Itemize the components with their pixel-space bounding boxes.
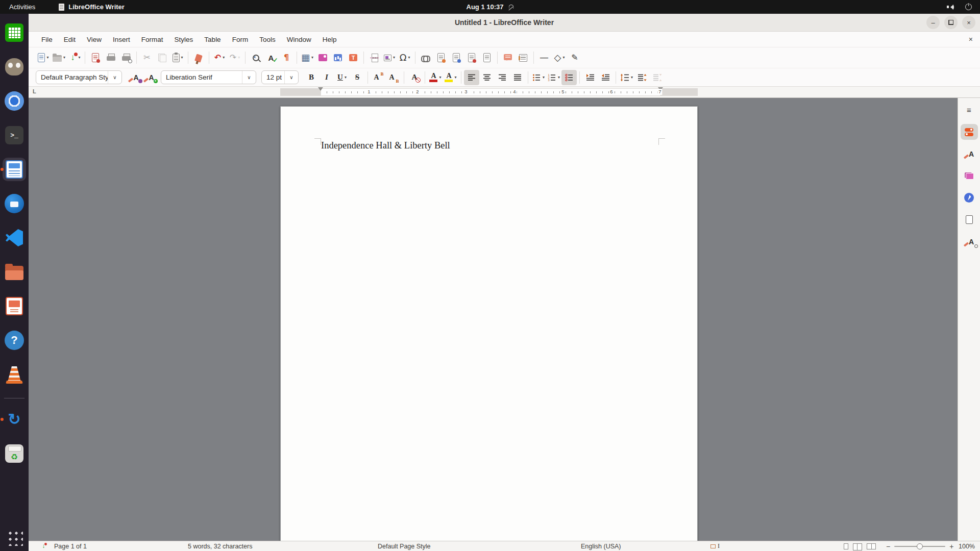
insert-hyperlink-button[interactable]: [418, 50, 433, 65]
find-replace-button[interactable]: [248, 50, 263, 65]
dock-item-thunderbird[interactable]: [3, 192, 26, 215]
increase-indent-button[interactable]: [582, 70, 598, 85]
insert-bookmark-button[interactable]: [464, 50, 479, 65]
bold-button[interactable]: B: [304, 70, 319, 85]
strikethrough-button[interactable]: S: [350, 70, 365, 85]
dock-item-libreoffice-impress[interactable]: [3, 294, 26, 318]
paragraph-style-dropdown[interactable]: ∨: [108, 71, 121, 84]
menu-tools[interactable]: Tools: [254, 34, 281, 45]
insert-special-character-button[interactable]: Ω▾: [397, 50, 412, 65]
redo-button[interactable]: ↷▾: [227, 50, 242, 65]
save-status-indicator[interactable]: ↓: [41, 541, 49, 551]
menu-window[interactable]: Window: [281, 34, 317, 45]
cut-button[interactable]: ✂: [139, 50, 155, 65]
power-icon[interactable]: [965, 4, 972, 10]
zoom-slider-thumb[interactable]: [917, 543, 923, 549]
document-page[interactable]: Independence Hall & Liberty Bell: [280, 106, 698, 541]
menu-table[interactable]: Table: [199, 34, 226, 45]
insert-field-button[interactable]: ▾: [382, 50, 397, 65]
font-size-combobox[interactable]: 12 pt ∨: [261, 70, 299, 84]
paste-button[interactable]: ▾: [170, 50, 185, 65]
sidebar-tab-properties[interactable]: [961, 124, 978, 140]
close-button[interactable]: ×: [962, 16, 975, 29]
word-count-status[interactable]: 5 words, 32 characters: [188, 541, 252, 551]
clone-formatting-button[interactable]: [191, 50, 206, 65]
insert-footnote-button[interactable]: [433, 50, 449, 65]
horizontal-ruler[interactable]: L 1 2 3 4 5 6 7: [29, 87, 980, 98]
sidebar-settings-button[interactable]: ≡: [961, 102, 978, 118]
track-changes-button[interactable]: [516, 50, 531, 65]
document-canvas[interactable]: Independence Hall & Liberty Bell ≡ A A: [29, 98, 980, 541]
insert-endnote-button[interactable]: [449, 50, 464, 65]
align-left-button[interactable]: [464, 70, 479, 85]
tab-stop-selector[interactable]: L: [33, 88, 36, 94]
left-indent-marker[interactable]: [318, 87, 323, 93]
menu-help[interactable]: Help: [317, 34, 342, 45]
font-name-combobox[interactable]: Liberation Serif ∨: [161, 70, 256, 84]
ordered-list-button[interactable]: 123▾: [546, 70, 561, 85]
zoom-slider[interactable]: [894, 546, 945, 547]
highlight-color-button[interactable]: A▾: [443, 70, 458, 85]
align-center-button[interactable]: [479, 70, 495, 85]
font-size-value[interactable]: 12 pt: [262, 71, 284, 84]
menu-view[interactable]: View: [81, 34, 107, 45]
selection-mode-status[interactable]: I: [710, 541, 720, 551]
activities-button[interactable]: Activities: [0, 0, 44, 14]
minimize-button[interactable]: –: [926, 16, 940, 29]
dock-item-chromium[interactable]: [3, 89, 26, 113]
sidebar-tab-style-inspector[interactable]: A: [961, 234, 978, 249]
dock-item-files[interactable]: [3, 260, 26, 284]
volume-icon[interactable]: [947, 4, 955, 10]
sidebar-tab-styles[interactable]: A: [961, 146, 978, 162]
menu-file[interactable]: File: [36, 34, 58, 45]
paragraph-style-value[interactable]: Default Paragraph Style: [36, 71, 108, 84]
show-draw-functions-button[interactable]: ✎: [567, 50, 582, 65]
increase-paragraph-spacing-button[interactable]: [634, 70, 650, 85]
copy-button[interactable]: [155, 50, 170, 65]
line-spacing-button[interactable]: ▾: [619, 70, 634, 85]
dock-item-help[interactable]: ?: [3, 329, 26, 352]
print-preview-button[interactable]: [118, 50, 134, 65]
print-button[interactable]: [103, 50, 118, 65]
menu-form[interactable]: Form: [227, 34, 254, 45]
dock-item-libreoffice-calc[interactable]: [3, 21, 26, 44]
zoom-in-button[interactable]: +: [949, 543, 953, 550]
page-number-status[interactable]: Page 1 of 1: [54, 541, 87, 551]
no-list-button[interactable]: [561, 70, 577, 85]
ruler-left-margin[interactable]: [280, 88, 321, 96]
basic-shapes-button[interactable]: ◇▾: [552, 50, 567, 65]
language-status[interactable]: English (USA): [581, 541, 621, 551]
single-page-view-button[interactable]: [844, 543, 848, 549]
font-color-button[interactable]: A▾: [428, 70, 443, 85]
new-document-button[interactable]: ▾: [36, 50, 51, 65]
update-style-button[interactable]: A: [126, 70, 141, 85]
page-style-status[interactable]: Default Page Style: [378, 541, 431, 551]
insert-textbox-button[interactable]: T: [346, 50, 361, 65]
clear-formatting-button[interactable]: A: [407, 70, 422, 85]
unordered-list-button[interactable]: ▾: [531, 70, 546, 85]
insert-chart-button[interactable]: [330, 50, 346, 65]
italic-button[interactable]: I: [319, 70, 334, 85]
justify-button[interactable]: [510, 70, 525, 85]
formatting-marks-button[interactable]: ¶: [279, 50, 294, 65]
font-name-dropdown[interactable]: ∨: [242, 71, 256, 84]
dock-item-vlc[interactable]: [3, 363, 26, 386]
decrease-indent-button[interactable]: [598, 70, 613, 85]
insert-page-break-button[interactable]: [366, 50, 382, 65]
spelling-button[interactable]: A✓: [263, 50, 279, 65]
underline-button[interactable]: U▾: [334, 70, 350, 85]
clock-menu[interactable]: Aug 1 10:37: [467, 3, 514, 11]
sidebar-tab-gallery[interactable]: [961, 168, 978, 184]
focused-app-indicator[interactable]: LibreOffice Writer: [59, 3, 125, 11]
insert-comment-button[interactable]: [500, 50, 516, 65]
menu-edit[interactable]: Edit: [58, 34, 81, 45]
dock-item-software-updater[interactable]: ↻: [3, 408, 26, 431]
insert-table-button[interactable]: ▦▾: [300, 50, 315, 65]
align-right-button[interactable]: [495, 70, 510, 85]
paragraph-style-combobox[interactable]: Default Paragraph Style ∨: [36, 70, 122, 84]
menu-styles[interactable]: Styles: [169, 34, 199, 45]
menu-insert[interactable]: Insert: [107, 34, 136, 45]
dock-item-gimp[interactable]: [3, 55, 26, 79]
open-button[interactable]: ▾: [51, 50, 67, 65]
save-button[interactable]: ↓▾: [67, 50, 82, 65]
